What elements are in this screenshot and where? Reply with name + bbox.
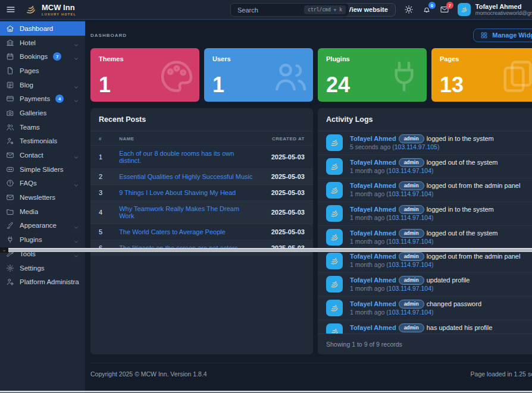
list-item: Tofayel Ahmedadminhas updated his profil… xyxy=(318,320,532,334)
activity-ip-link[interactable]: 103.114.97.105 xyxy=(395,143,437,150)
activity-user-link[interactable]: Tofayel Ahmed xyxy=(350,135,396,142)
activity-action: changed password xyxy=(427,300,481,307)
activity-user-link[interactable]: Tofayel Ahmed xyxy=(350,182,396,189)
role-badge: admin xyxy=(399,205,424,214)
page-footer: Copyright 2025 © MCW Inn. Version 1.8.4 … xyxy=(90,363,532,378)
activity-ip-link[interactable]: 103.114.97.104 xyxy=(389,285,431,292)
sidebar-item[interactable]: Payments 4 xyxy=(0,92,85,106)
brand-tagline: LUXURY HOTEL xyxy=(42,12,76,16)
stat-card[interactable]: Users 1 xyxy=(204,48,313,102)
sidebar-item[interactable]: Galleries xyxy=(0,106,85,120)
user-name: Tofayel Ahmed xyxy=(475,3,532,11)
search-input[interactable] xyxy=(237,7,304,14)
user-menu[interactable]: Tofayel Ahmed momocreativeworld@gmail.co… xyxy=(458,3,532,17)
activity-ip-link[interactable]: 103.114.97.104 xyxy=(389,238,431,245)
manage-widgets-button[interactable]: Manage Widgets xyxy=(473,29,532,42)
activity-time: 1 month ago xyxy=(350,167,384,174)
activity-time: 1 month ago xyxy=(350,238,384,245)
sidebar-item[interactable]: Teams xyxy=(0,120,85,134)
post-title-link[interactable]: Essential Qualities of Highly Successful… xyxy=(119,173,252,180)
sidebar-item-label: Blog xyxy=(20,81,33,89)
theme-toggle-button[interactable] xyxy=(404,5,414,14)
activity-user-link[interactable]: Tofayel Ahmed xyxy=(350,324,396,331)
role-badge: admin xyxy=(399,300,424,309)
sidebar-item[interactable]: FAQs xyxy=(0,177,85,191)
sidebar-item[interactable]: Settings xyxy=(0,261,85,275)
brand-logo[interactable]: MCW Inn LUXURY HOTEL xyxy=(24,2,76,17)
sidebar-item[interactable]: Media xyxy=(0,205,85,219)
post-title-link[interactable]: Why Teamwork Really Makes The Dream Work xyxy=(119,205,239,219)
activity-user-link[interactable]: Tofayel Ahmed xyxy=(350,159,396,166)
sidebar-item[interactable]: Plugins xyxy=(0,232,85,247)
activity-user-link[interactable]: Tofayel Ahmed xyxy=(350,276,396,284)
calendar-icon xyxy=(6,52,14,61)
resize-handle[interactable]: ‹‹ xyxy=(0,247,8,253)
activity-time: 5 seconds ago xyxy=(350,143,390,150)
sliders-icon xyxy=(6,165,14,174)
activity-ip-link[interactable]: 103.114.97.104 xyxy=(389,309,431,316)
activity-ip-link[interactable]: 103.114.97.104 xyxy=(389,261,431,268)
table-row: 1 Each of our 8 double rooms has its own… xyxy=(90,146,313,169)
sun-icon xyxy=(404,5,414,14)
sidebar-item-label: Settings xyxy=(20,265,45,272)
activity-action: updated profile xyxy=(427,276,470,284)
sidebar-item[interactable]: Contact xyxy=(0,148,85,162)
sidebar-item[interactable]: Testimonials xyxy=(0,134,85,149)
notifications-button[interactable]: 0 xyxy=(422,5,431,14)
sidebar-item-label: Plugins xyxy=(20,236,42,243)
building-icon xyxy=(6,39,14,47)
sidebar-item[interactable]: Bookings 7 xyxy=(0,49,85,64)
plug-icon xyxy=(385,58,423,96)
sidebar-item[interactable]: Appearance xyxy=(0,219,85,233)
sidebar-item[interactable]: Simple Sliders xyxy=(0,162,85,177)
recent-posts-table: # NAME CREATED AT 1 Each of our 8 double… xyxy=(90,131,313,256)
post-title-link[interactable]: The World Caters to Average People xyxy=(119,228,226,235)
stat-card[interactable]: Themes 1 xyxy=(90,48,199,102)
camera-icon xyxy=(6,109,14,117)
sidebar-item[interactable]: Blog xyxy=(0,78,85,92)
brand-bird-icon xyxy=(24,2,38,17)
stat-card[interactable]: Pages 13 xyxy=(431,48,532,102)
sidebar-item-label: Appearance xyxy=(20,222,57,229)
chevron-down-icon xyxy=(73,40,79,46)
post-title-link[interactable]: Each of our 8 double rooms has its own d… xyxy=(119,150,234,164)
messages-button[interactable]: 7 xyxy=(440,5,449,14)
activity-user-link[interactable]: Tofayel Ahmed xyxy=(350,300,396,307)
users-icon xyxy=(271,58,309,96)
activity-avatar xyxy=(326,134,343,151)
activity-ip-link[interactable]: 103.114.97.104 xyxy=(389,214,431,221)
role-badge: admin xyxy=(399,252,424,261)
sidebar-item-label: Galleries xyxy=(20,109,46,117)
sidebar-item-label: Pages xyxy=(20,67,39,74)
table-row: 5 The World Caters to Average People 202… xyxy=(90,224,313,240)
activity-user-link[interactable]: Tofayel Ahmed xyxy=(350,253,396,260)
sidebar-item[interactable]: Platform Administration xyxy=(0,275,85,289)
sidebar-item[interactable]: Pages xyxy=(0,64,85,78)
chevron-down-icon xyxy=(73,237,79,243)
sidebar-item-label: Newsletters xyxy=(20,194,55,201)
activity-time: 1 month ago xyxy=(350,214,384,221)
file-icon xyxy=(6,67,14,75)
sidebar: Dashboard Hotel Bookings xyxy=(0,20,85,393)
activity-user-link[interactable]: Tofayel Ahmed xyxy=(350,229,396,237)
user-avatar xyxy=(458,3,471,16)
activity-user-link[interactable]: Tofayel Ahmed xyxy=(350,206,396,213)
palette-icon xyxy=(158,58,196,96)
mail-icon xyxy=(6,151,14,159)
post-number: 4 xyxy=(90,201,111,224)
user-star-icon xyxy=(6,137,14,145)
messages-count-badge: 7 xyxy=(446,2,453,9)
stat-card[interactable]: Plugins 24 xyxy=(318,48,427,102)
search-shortcut-kbd: ctrl/cmd + k xyxy=(304,5,346,14)
sidebar-item[interactable]: Newsletters xyxy=(0,190,85,205)
activity-ip-link[interactable]: 103.114.97.104 xyxy=(389,190,431,197)
role-badge: admin xyxy=(399,181,424,190)
sidebar-item-label: Hotel xyxy=(20,39,36,46)
sidebar-item-label: Bookings xyxy=(20,53,48,60)
activity-ip-link[interactable]: 103.114.97.104 xyxy=(389,167,431,174)
sidebar-item-label: Simple Sliders xyxy=(20,166,64,173)
sidebar-item[interactable]: Dashboard xyxy=(0,21,85,36)
hamburger-menu-icon[interactable] xyxy=(5,4,16,15)
post-title-link[interactable]: 9 Things I Love About Shaving My Head xyxy=(119,189,236,196)
sidebar-item[interactable]: Hotel xyxy=(0,36,85,50)
